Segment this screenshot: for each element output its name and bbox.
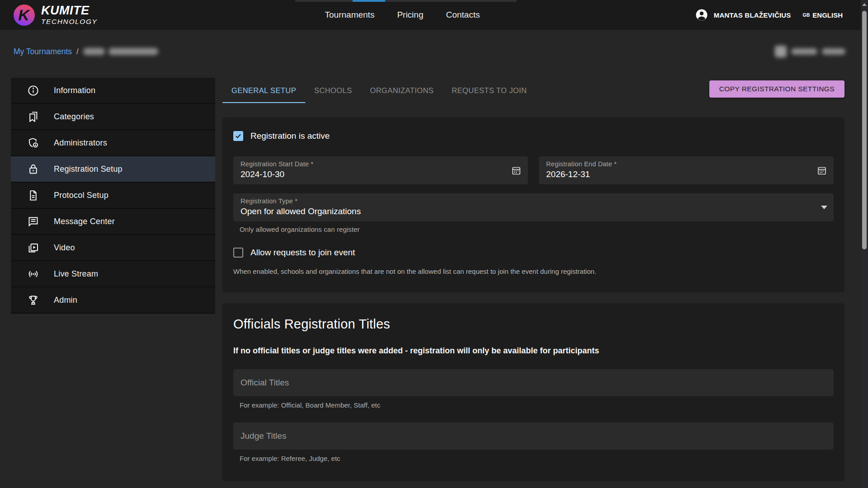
logo-letter: K: [18, 7, 29, 23]
tabs-bar: GENERAL SETUP SCHOOLS ORGANIZATIONS REQU…: [222, 78, 844, 103]
registration-start-date-field[interactable]: Registration Start Date * 2024-10-30: [233, 156, 528, 184]
live-stream-icon: [27, 268, 39, 280]
language-switcher[interactable]: GB ENGLISH: [803, 11, 843, 19]
registration-settings-card: Registration is active Registration Star…: [222, 117, 844, 292]
sidebar-item-message-center[interactable]: Message Center: [11, 209, 215, 235]
sidebar-item-admin[interactable]: Admin: [11, 287, 215, 314]
registration-active-label: Registration is active: [250, 131, 330, 141]
allow-requests-checkbox[interactable]: [233, 248, 243, 258]
nav-pricing[interactable]: Pricing: [397, 10, 423, 20]
user-avatar-icon: [695, 8, 708, 22]
sidebar-item-information[interactable]: Information: [11, 78, 215, 104]
nav-tournaments[interactable]: Tournaments: [325, 10, 375, 20]
breadcrumb: My Tournaments /: [14, 45, 845, 58]
allow-requests-helper: When enabled, schools and organizations …: [233, 267, 834, 275]
language-name: ENGLISH: [812, 11, 843, 19]
main-nav: Tournaments Pricing Contacts: [325, 0, 480, 30]
start-date-label: Registration Start Date *: [241, 160, 505, 168]
judge-titles-input[interactable]: Judge Titles: [233, 422, 834, 450]
registration-type-label: Registration Type *: [241, 197, 810, 205]
page-scrollbar[interactable]: [861, 0, 868, 488]
sidebar-item-registration-setup[interactable]: Registration Setup: [11, 156, 215, 183]
sidebar-item-administrators[interactable]: Administrators: [11, 130, 215, 156]
copy-registration-settings-button[interactable]: COPY REGISTRATION SETTINGS: [709, 80, 844, 98]
brand-name: KUMITE: [41, 5, 98, 17]
start-date-value: 2024-10-30: [241, 169, 505, 179]
tab-schools[interactable]: SCHOOLS: [305, 78, 361, 103]
administrators-icon: [27, 137, 39, 149]
sidebar-item-protocol-setup[interactable]: Protocol Setup: [11, 183, 215, 209]
document-icon: [27, 189, 39, 202]
official-titles-placeholder: Official Titles: [241, 378, 289, 388]
video-icon: [27, 242, 39, 254]
judge-titles-placeholder: Judge Titles: [241, 431, 286, 441]
registration-end-date-field[interactable]: Registration End Date * 2026-12-31: [539, 156, 834, 184]
end-date-label: Registration End Date *: [546, 160, 810, 168]
main-content: GENERAL SETUP SCHOOLS ORGANIZATIONS REQU…: [222, 78, 844, 488]
info-icon: [27, 84, 39, 97]
allow-requests-row: Allow requests to join event: [233, 248, 834, 258]
sidebar-item-video[interactable]: Video: [11, 235, 215, 261]
brand-logo[interactable]: K KUMITE TECHNOLOGY: [14, 5, 98, 26]
trophy-icon: [27, 294, 39, 306]
scrollbar-up-arrow-icon[interactable]: [862, 3, 867, 6]
tab-requests-to-join[interactable]: REQUESTS TO JOIN: [443, 78, 536, 103]
officials-titles-card: Officials Registration Titles If no offi…: [222, 303, 844, 481]
breadcrumb-tournament-name-redacted: [83, 48, 158, 55]
lock-icon: [27, 163, 39, 175]
app-header: K KUMITE TECHNOLOGY Tournaments Pricing …: [0, 0, 868, 30]
judge-titles-helper: For example: Referee, Judge, etc: [240, 455, 834, 462]
message-icon: [27, 216, 39, 228]
user-menu[interactable]: MANTAS BLAŽEVIČIUS GB ENGLISH: [695, 8, 843, 22]
official-titles-input[interactable]: Official Titles: [233, 369, 834, 396]
nav-contacts[interactable]: Contacts: [446, 10, 480, 20]
tab-organizations[interactable]: ORGANIZATIONS: [361, 78, 443, 103]
allow-requests-label: Allow requests to join event: [250, 248, 355, 258]
tab-general-setup[interactable]: GENERAL SETUP: [222, 78, 305, 103]
browser-artifact-blue: [353, 0, 385, 2]
sidebar-item-live-stream[interactable]: Live Stream: [11, 261, 215, 287]
browser-artifact-strip: [295, 0, 517, 2]
brand-subtitle: TECHNOLOGY: [41, 18, 98, 26]
app-viewport: K KUMITE TECHNOLOGY Tournaments Pricing …: [0, 0, 868, 488]
breadcrumb-separator: /: [76, 47, 79, 56]
calendar-icon: [775, 46, 787, 57]
registration-type-helper: Only allowed organizations can register: [240, 225, 834, 233]
language-code: GB: [803, 12, 810, 18]
date-badge-redacted: [775, 46, 845, 57]
end-date-value: 2026-12-31: [546, 169, 810, 179]
brand-text: KUMITE TECHNOLOGY: [41, 5, 98, 26]
kumite-logo-icon: K: [14, 5, 35, 26]
sidebar: Information Categories: [11, 78, 215, 314]
registration-active-checkbox[interactable]: [233, 131, 243, 141]
dates-row: Registration Start Date * 2024-10-30: [233, 156, 834, 184]
officials-section-note: If no official titles or judge titles we…: [233, 346, 834, 356]
official-titles-helper: For example: Official, Board Member, Sta…: [240, 401, 834, 409]
registration-active-row: Registration is active: [233, 131, 834, 141]
categories-icon: [27, 111, 39, 123]
officials-section-title: Officials Registration Titles: [233, 317, 834, 332]
breadcrumb-my-tournaments[interactable]: My Tournaments: [14, 47, 72, 56]
registration-type-value: Open for allowed Organizations: [241, 206, 810, 216]
chevron-down-icon: [821, 206, 827, 209]
sidebar-item-categories[interactable]: Categories: [11, 104, 215, 130]
user-name: MANTAS BLAŽEVIČIUS: [714, 11, 791, 19]
calendar-icon[interactable]: [816, 165, 827, 176]
calendar-icon[interactable]: [511, 165, 522, 176]
registration-type-select[interactable]: Registration Type * Open for allowed Org…: [233, 193, 834, 221]
scrollbar-thumb[interactable]: [862, 11, 867, 249]
